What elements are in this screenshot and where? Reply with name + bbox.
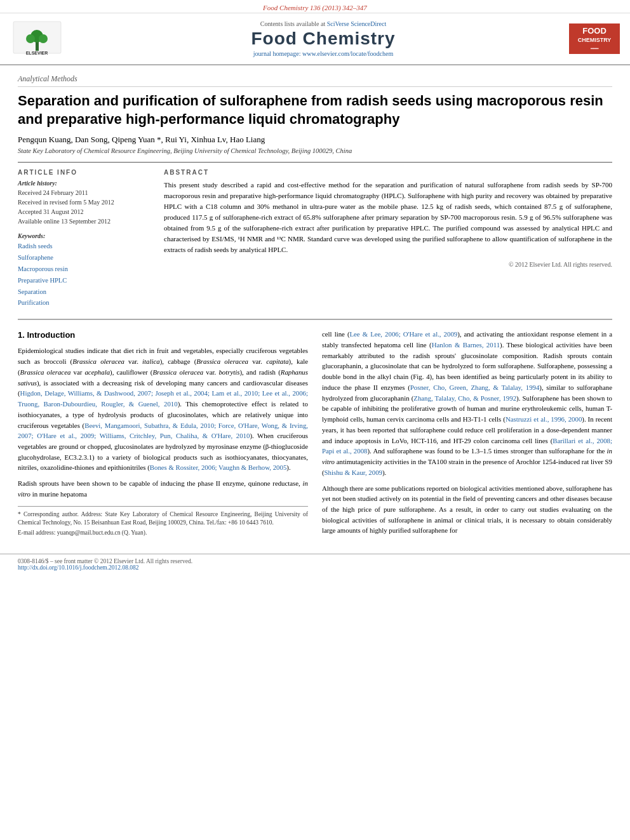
svg-text:ELSEVIER: ELSEVIER xyxy=(26,51,48,55)
intro-para-1: Epidemiological studies indicate that di… xyxy=(18,345,308,473)
accepted-date: Accepted 31 August 2012 xyxy=(18,207,151,217)
section-1-number: 1. xyxy=(18,330,25,340)
journal-homepage: journal homepage: www.elsevier.com/locat… xyxy=(77,50,569,57)
section-1-title: 1. Introduction xyxy=(18,329,308,342)
history-label: Article history: xyxy=(18,180,151,187)
svg-point-3 xyxy=(26,34,35,43)
badge-decoration: ━━━ xyxy=(573,46,616,51)
homepage-link[interactable]: journal homepage: www.elsevier.com/locat… xyxy=(253,50,393,57)
journal-title: Food Chemistry xyxy=(77,29,569,49)
abstract-text: This present study described a rapid and… xyxy=(164,180,612,255)
article-info-column: ARTICLE INFO Article history: Received 2… xyxy=(18,169,151,309)
article-title: Separation and purification of sulforaph… xyxy=(18,92,612,128)
keywords-block: Keywords: Radish seeds Sulforaphene Macr… xyxy=(18,232,151,309)
article-category: Analytical Methods xyxy=(18,74,612,87)
elsevier-logo: ELSEVIER xyxy=(10,18,67,59)
svg-point-4 xyxy=(39,34,48,43)
badge-line1: FOOD xyxy=(573,26,616,37)
badge-line2: CHEMISTRY xyxy=(573,37,616,44)
right-para-2: Although there are some publications rep… xyxy=(322,483,612,537)
keyword-3: Macroporous resin xyxy=(18,263,151,275)
received-date: Received 24 February 2011 xyxy=(18,188,151,197)
keyword-4: Preparative HPLC xyxy=(18,275,151,286)
authors: Pengqun Kuang, Dan Song, Qipeng Yuan *, … xyxy=(18,135,612,145)
bottom-bar: 0308-8146/$ – see front matter © 2012 El… xyxy=(0,554,630,575)
section-1-heading: Introduction xyxy=(27,330,75,340)
food-chemistry-badge: FOOD CHEMISTRY ━━━ xyxy=(569,23,620,54)
keywords-label: Keywords: xyxy=(18,232,151,239)
online-date: Available online 13 September 2012 xyxy=(18,217,151,226)
article-info-heading: ARTICLE INFO xyxy=(18,169,151,176)
footnote-email: E-mail address: yuanqp@mail.buct.edu.cn … xyxy=(18,529,308,537)
abstract-heading: ABSTRACT xyxy=(164,169,612,176)
abstract-column: ABSTRACT This present study described a … xyxy=(164,169,612,309)
sciverse-line: Contents lists available at SciVerse Sci… xyxy=(77,20,569,27)
body-columns: 1. Introduction Epidemiological studies … xyxy=(18,329,612,541)
revised-date: Received in revised form 5 May 2012 xyxy=(18,197,151,207)
issn-text: 0308-8146/$ – see front matter © 2012 El… xyxy=(18,558,612,564)
keyword-1: Radish seeds xyxy=(18,241,151,252)
doi-link[interactable]: http://dx.doi.org/10.1016/j.foodchem.201… xyxy=(18,564,139,571)
intro-para-2: Radish sprouts have been shown to be cap… xyxy=(18,478,308,499)
body-divider xyxy=(18,319,612,320)
footnote-email-text: E-mail address: yuanqp@mail.buct.edu.cn … xyxy=(18,530,147,536)
journal-reference: Food Chemistry 136 (2013) 342–347 xyxy=(0,0,630,13)
footnotes-section: * Corresponding author. Address: State K… xyxy=(18,506,308,538)
right-para-1: cell line (Lee & Lee, 2006; O'Hare et al… xyxy=(322,329,612,477)
keyword-5: Separation xyxy=(18,286,151,298)
keyword-2: Sulforaphene xyxy=(18,252,151,263)
article-info-abstract-section: ARTICLE INFO Article history: Received 2… xyxy=(18,162,612,309)
keyword-6: Purification xyxy=(18,297,151,309)
food-badge-box: FOOD CHEMISTRY ━━━ xyxy=(569,23,620,54)
footnote-corresponding-text: * Corresponding author. Address: State K… xyxy=(18,511,308,526)
sciverse-link[interactable]: SciVerse ScienceDirect xyxy=(327,20,387,27)
article-history-block: Article history: Received 24 February 20… xyxy=(18,180,151,226)
footnote-corresponding: * Corresponding author. Address: State K… xyxy=(18,510,308,528)
journal-ref-text: Food Chemistry 136 (2013) 342–347 xyxy=(263,4,367,11)
sciverse-text: Contents lists available at xyxy=(260,20,327,27)
main-content: Analytical Methods Separation and purifi… xyxy=(0,65,630,554)
journal-header: ELSEVIER Contents lists available at Sci… xyxy=(0,13,630,65)
body-left-column: 1. Introduction Epidemiological studies … xyxy=(18,329,308,541)
affiliation: State Key Laboratory of Chemical Resourc… xyxy=(18,147,612,154)
body-right-column: cell line (Lee & Lee, 2006; O'Hare et al… xyxy=(322,329,612,541)
copyright: © 2012 Elsevier Ltd. All rights reserved… xyxy=(164,261,612,268)
journal-center: Contents lists available at SciVerse Sci… xyxy=(77,20,569,57)
doi-line: http://dx.doi.org/10.1016/j.foodchem.201… xyxy=(18,564,612,571)
